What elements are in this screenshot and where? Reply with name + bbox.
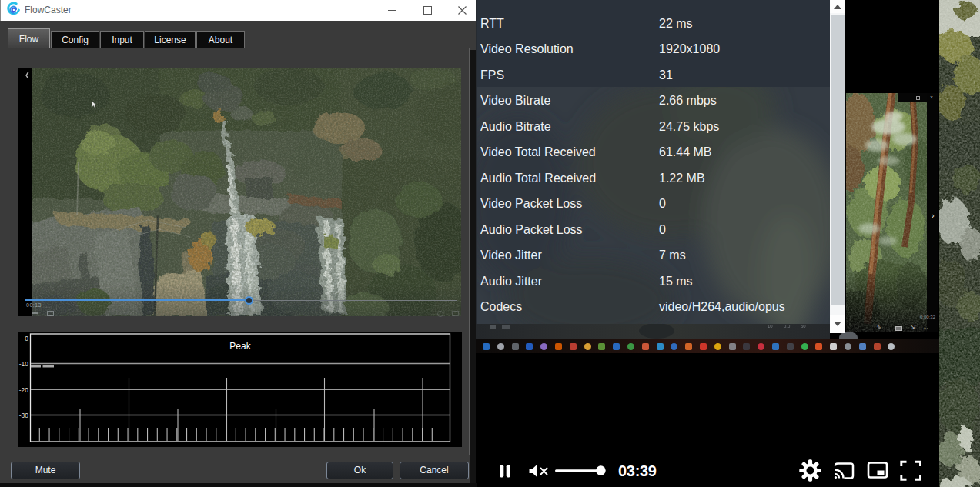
svg-text:-30: -30	[19, 412, 29, 419]
svg-text:-10: -10	[19, 360, 29, 368]
svg-text:Peak: Peak	[229, 341, 251, 352]
svg-text:03:39: 03:39	[618, 462, 657, 479]
svg-text:-20: -20	[19, 386, 29, 394]
svg-text:0: 0	[25, 335, 28, 342]
